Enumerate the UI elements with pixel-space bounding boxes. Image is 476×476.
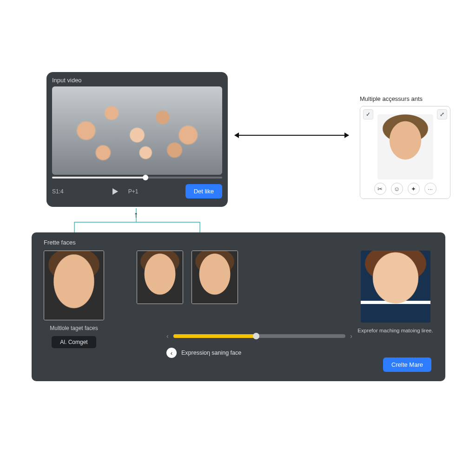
output-face-placeholder bbox=[361, 251, 430, 323]
seekbar-thumb[interactable] bbox=[143, 175, 148, 180]
tool-face-icon[interactable]: ☺ bbox=[391, 183, 403, 195]
output-label: Exprefor maching matoing liree. bbox=[357, 327, 433, 334]
tool-scissors-icon[interactable]: ✂ bbox=[374, 183, 386, 195]
face-placeholder bbox=[44, 251, 104, 320]
confirm-icon[interactable]: ✓ bbox=[363, 109, 373, 119]
face-placeholder bbox=[137, 251, 183, 304]
expand-icon[interactable]: ⤢ bbox=[437, 109, 447, 119]
target-action-button[interactable]: Al. Comget bbox=[52, 336, 96, 348]
expression-label: Expressioη saning face bbox=[181, 350, 241, 356]
expression-step-icon[interactable]: ‹ bbox=[166, 348, 177, 358]
expression-label-row: ‹ Expressioη saning face bbox=[166, 348, 241, 358]
faces-panel-title: Frette faces bbox=[44, 239, 436, 246]
expression-slider-fill bbox=[173, 334, 256, 338]
accessories-card: Multiple acçessurs ants ✓ ⤢ ✂ ☺ ✦ ··· bbox=[360, 95, 450, 199]
video-controls-row: S1:4 P+1 Det like bbox=[52, 184, 222, 198]
candidate-face-2[interactable] bbox=[192, 251, 238, 304]
detect-button[interactable]: Det like bbox=[185, 184, 222, 198]
candidate-faces bbox=[137, 251, 238, 304]
video-seekbar[interactable] bbox=[52, 177, 222, 178]
output-column: Exprefor maching matoing liree. bbox=[355, 251, 436, 334]
accessory-portrait bbox=[377, 114, 433, 179]
input-video-panel: Input video S1:4 P+1 Det like bbox=[46, 72, 228, 207]
accessories-frame: ✓ ⤢ ✂ ☺ ✦ ··· bbox=[360, 106, 450, 199]
input-video-title: Input video bbox=[52, 77, 222, 84]
target-faces-label: Multlole taget faces bbox=[50, 325, 98, 331]
accessories-title: Multiple acçessurs ants bbox=[360, 95, 450, 102]
video-secondary-label: P+1 bbox=[128, 188, 139, 195]
accessories-toolbar: ✂ ☺ ✦ ··· bbox=[360, 183, 450, 195]
expression-slider[interactable] bbox=[173, 334, 346, 338]
tool-more-icon[interactable]: ··· bbox=[424, 183, 436, 195]
target-face-thumb[interactable] bbox=[44, 251, 104, 320]
group-photo-placeholder bbox=[52, 86, 222, 175]
expression-slider-row: ‹ › bbox=[166, 332, 352, 340]
seekbar-played bbox=[52, 177, 145, 178]
slider-next-icon[interactable]: › bbox=[350, 332, 352, 340]
expression-slider-thumb[interactable] bbox=[253, 333, 259, 339]
candidate-face-1[interactable] bbox=[137, 251, 183, 304]
faces-panel: Frette faces Multlole taget faces Al. Co… bbox=[32, 232, 445, 381]
video-frame[interactable] bbox=[52, 86, 222, 175]
target-face-column: Multlole taget faces Al. Comget bbox=[44, 251, 104, 348]
create-button[interactable]: Crelte Mare bbox=[383, 357, 431, 372]
face-placeholder bbox=[192, 251, 238, 304]
bidirectional-arrow bbox=[235, 135, 349, 136]
video-time-label: S1:4 bbox=[52, 188, 64, 195]
output-face-thumb[interactable] bbox=[361, 251, 430, 323]
play-button[interactable] bbox=[111, 187, 120, 196]
tool-sparkle-icon[interactable]: ✦ bbox=[408, 183, 420, 195]
arrow-up-icon: ↑ bbox=[134, 210, 138, 220]
slider-prev-icon[interactable]: ‹ bbox=[166, 332, 169, 340]
